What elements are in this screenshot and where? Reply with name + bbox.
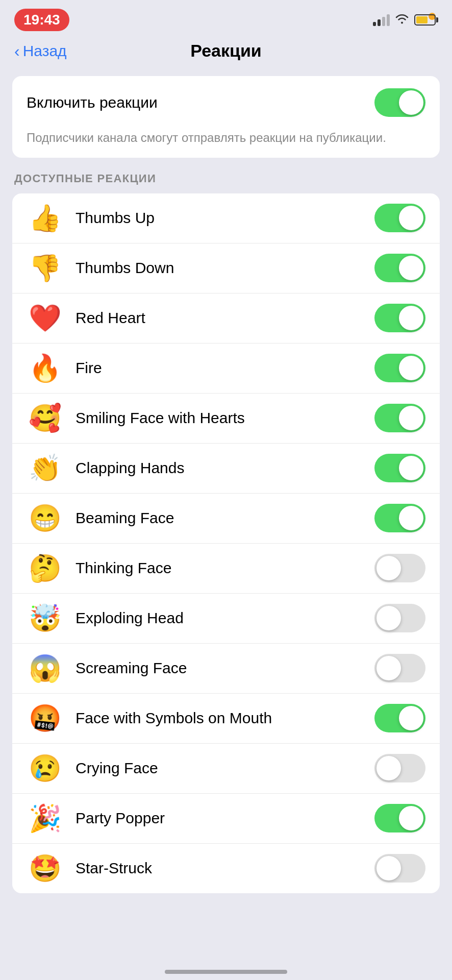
- reaction-row-beaming-face: 😁Beaming Face: [12, 494, 440, 544]
- reaction-name-face-symbols-mouth: Face with Symbols on Mouth: [76, 709, 374, 727]
- reaction-name-smiling-face-hearts: Smiling Face with Hearts: [76, 409, 374, 427]
- home-indicator: [165, 970, 287, 974]
- reaction-toggle-thumbs-up[interactable]: [374, 204, 425, 232]
- reaction-name-crying-face: Crying Face: [76, 760, 374, 777]
- nav-bar: ‹ Назад Реакции: [0, 36, 452, 71]
- enable-reactions-card: Включить реакции Подписчики канала смогу…: [12, 76, 440, 158]
- reaction-toggle-beaming-face[interactable]: [374, 504, 425, 532]
- reaction-name-beaming-face: Beaming Face: [76, 509, 374, 527]
- reaction-emoji-beaming-face: 😁: [27, 503, 63, 534]
- reaction-row-smiling-face-hearts: 🥰Smiling Face with Hearts: [12, 394, 440, 444]
- back-button[interactable]: ‹ Назад: [14, 42, 67, 60]
- reaction-name-fire: Fire: [76, 359, 374, 377]
- enable-reactions-description: Подписчики канала смогут отправлять реак…: [12, 129, 440, 158]
- reaction-toggle-clapping-hands[interactable]: [374, 454, 425, 482]
- reaction-emoji-party-popper: 🎉: [27, 803, 63, 834]
- enable-reactions-toggle[interactable]: [374, 88, 425, 117]
- reaction-row-thumbs-down: 👎Thumbs Down: [12, 243, 440, 293]
- reaction-toggle-exploding-head[interactable]: [374, 604, 425, 632]
- reaction-name-party-popper: Party Popper: [76, 810, 374, 827]
- reaction-row-thinking-face: 🤔Thinking Face: [12, 544, 440, 594]
- reaction-emoji-thumbs-down: 👎: [27, 253, 63, 284]
- reaction-row-screaming-face: 😱Screaming Face: [12, 644, 440, 694]
- reaction-toggle-fire[interactable]: [374, 354, 425, 382]
- reaction-name-thumbs-down: Thumbs Down: [76, 259, 374, 277]
- enable-reactions-row: Включить реакции: [12, 76, 440, 129]
- reaction-emoji-fire: 🔥: [27, 353, 63, 384]
- status-icons: [373, 13, 436, 27]
- reaction-toggle-face-symbols-mouth[interactable]: [374, 704, 425, 732]
- reaction-emoji-screaming-face: 😱: [27, 653, 63, 684]
- reaction-emoji-thumbs-up: 👍: [27, 203, 63, 234]
- page-title: Реакции: [190, 41, 261, 61]
- signal-icon: [373, 14, 390, 26]
- reaction-emoji-thinking-face: 🤔: [27, 553, 63, 584]
- reaction-row-clapping-hands: 👏Clapping Hands: [12, 444, 440, 494]
- reaction-name-screaming-face: Screaming Face: [76, 659, 374, 677]
- reaction-name-thinking-face: Thinking Face: [76, 559, 374, 577]
- reaction-emoji-star-struck: 🤩: [27, 853, 63, 884]
- wifi-icon: [395, 13, 409, 27]
- reaction-emoji-clapping-hands: 👏: [27, 453, 63, 484]
- reaction-toggle-crying-face[interactable]: [374, 754, 425, 782]
- reaction-name-red-heart: Red Heart: [76, 309, 374, 327]
- reaction-row-face-symbols-mouth: 🤬Face with Symbols on Mouth: [12, 694, 440, 744]
- reactions-section-header: ДОСТУПНЫЕ РЕАКЦИИ: [0, 158, 452, 190]
- reaction-name-exploding-head: Exploding Head: [76, 609, 374, 627]
- reaction-row-red-heart: ❤️Red Heart: [12, 293, 440, 344]
- reaction-emoji-smiling-face-hearts: 🥰: [27, 403, 63, 434]
- reaction-toggle-party-popper[interactable]: [374, 804, 425, 832]
- reaction-toggle-star-struck[interactable]: [374, 854, 425, 883]
- reaction-emoji-red-heart: ❤️: [27, 303, 63, 334]
- reaction-toggle-smiling-face-hearts[interactable]: [374, 404, 425, 432]
- reaction-row-fire: 🔥Fire: [12, 344, 440, 394]
- battery-icon: [414, 14, 436, 26]
- reaction-name-clapping-hands: Clapping Hands: [76, 459, 374, 477]
- enable-reactions-label: Включить реакции: [27, 94, 158, 111]
- reaction-toggle-red-heart[interactable]: [374, 304, 425, 332]
- reactions-list: 👍Thumbs Up👎Thumbs Down❤️Red Heart🔥Fire🥰S…: [12, 193, 440, 893]
- reaction-row-crying-face: 😢Crying Face: [12, 744, 440, 794]
- back-label: Назад: [23, 42, 67, 60]
- reaction-name-star-struck: Star-Struck: [76, 860, 374, 877]
- reaction-toggle-thinking-face[interactable]: [374, 554, 425, 582]
- reaction-emoji-crying-face: 😢: [27, 753, 63, 784]
- time-display: 19:43: [14, 9, 69, 31]
- reaction-toggle-screaming-face[interactable]: [374, 654, 425, 682]
- status-bar: 19:43: [0, 0, 452, 36]
- reaction-row-thumbs-up: 👍Thumbs Up: [12, 193, 440, 243]
- reaction-name-thumbs-up: Thumbs Up: [76, 209, 374, 227]
- reaction-emoji-exploding-head: 🤯: [27, 603, 63, 634]
- reaction-row-star-struck: 🤩Star-Struck: [12, 844, 440, 893]
- reaction-row-exploding-head: 🤯Exploding Head: [12, 594, 440, 644]
- reaction-emoji-face-symbols-mouth: 🤬: [27, 703, 63, 734]
- back-chevron-icon: ‹: [14, 43, 20, 59]
- reaction-row-party-popper: 🎉Party Popper: [12, 794, 440, 844]
- reaction-toggle-thumbs-down[interactable]: [374, 254, 425, 282]
